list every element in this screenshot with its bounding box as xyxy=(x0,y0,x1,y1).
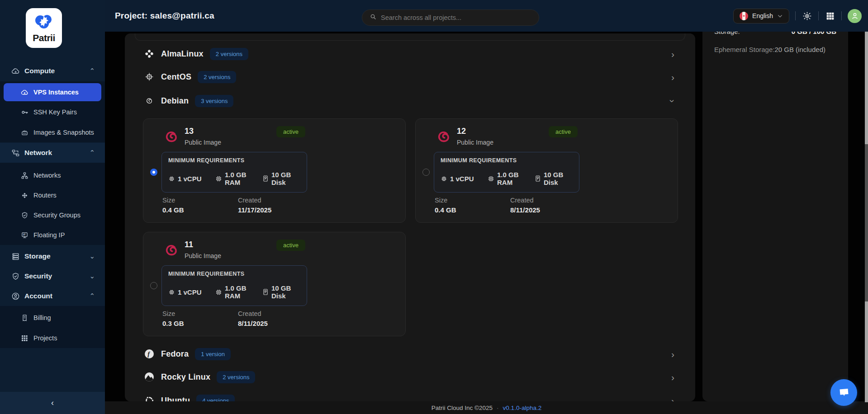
min-requirements-box: MINIMUM REQUIREMENTS 1 vCPU 1.0 GBRAM 10… xyxy=(434,152,579,193)
sidebar-section-storage[interactable]: Storage ⌄ xyxy=(0,246,105,266)
debian-icon xyxy=(143,95,155,107)
sidebar-item-floating-ip[interactable]: IP Floating IP xyxy=(0,225,105,245)
sidebar-section-network[interactable]: Network ⌃ xyxy=(0,143,105,163)
min-requirements-box: MINIMUM REQUIREMENTS 1 vCPU 1.0 GBRAM 10… xyxy=(161,265,307,306)
user-avatar[interactable] xyxy=(848,9,862,23)
ram-requirement: 1.0 GBRAM xyxy=(488,169,519,188)
os-row-centos[interactable]: CentOS 2 versions › xyxy=(125,66,695,88)
image-version: 12 xyxy=(457,127,466,136)
key-icon xyxy=(20,108,29,117)
search-input[interactable] xyxy=(381,14,531,21)
debian-logo xyxy=(163,129,178,150)
sidebar-item-images-snapshots[interactable]: Images & Snapshots xyxy=(0,122,105,142)
sidebar-item-label: Routers xyxy=(33,192,57,199)
os-row-fedora[interactable]: f Fedora 1 version › xyxy=(125,343,695,365)
footer: Patrii Cloud Inc ©2025 · v0.1.0-alpha.2 xyxy=(105,401,868,414)
versions-badge: 2 versions xyxy=(217,371,255,383)
image-radio-unselected[interactable] xyxy=(150,282,157,289)
chevron-down-icon: › xyxy=(668,99,678,103)
ephemeral-storage-value: 20 GB (included) xyxy=(774,46,825,53)
ram-chip-icon xyxy=(488,175,494,182)
image-radio-selected[interactable] xyxy=(150,169,157,176)
size-label: Size xyxy=(162,197,175,204)
sidebar-item-networks[interactable]: Networks xyxy=(0,165,105,185)
apps-grid-icon[interactable] xyxy=(825,10,835,21)
cloud-icon xyxy=(11,66,20,75)
user-icon xyxy=(851,12,859,20)
os-name: Fedora xyxy=(161,349,189,359)
images-list-panel: AlmaLinux 2 versions › CentOS 2 versions… xyxy=(125,33,695,401)
chevron-up-icon: ⌃ xyxy=(89,292,95,300)
os-row-almalinux[interactable]: AlmaLinux 2 versions › xyxy=(125,42,695,65)
os-name: CentOS xyxy=(161,72,191,82)
fedora-icon: f xyxy=(143,348,155,360)
disk-icon xyxy=(535,175,541,182)
sidebar-item-label: Floating IP xyxy=(33,231,65,239)
ram-requirement: 1.0 GBRAM xyxy=(215,282,247,302)
image-card-debian-12[interactable]: 12 Public Image active MINIMUM REQUIREME… xyxy=(415,118,678,223)
sidebar-section-security[interactable]: Security ⌄ xyxy=(0,266,105,286)
chevron-left-icon: ‹ xyxy=(51,398,54,408)
cpu-requirement: 1 vCPU xyxy=(168,169,202,188)
sidebar-section-label: Network xyxy=(24,149,52,157)
footer-separator: · xyxy=(497,405,499,411)
chevron-down-icon xyxy=(777,13,783,19)
rocky-linux-icon xyxy=(143,371,155,383)
routers-icon xyxy=(20,191,29,200)
sidebar-item-security-groups[interactable]: Security Groups xyxy=(0,205,105,225)
ram-chip-icon xyxy=(215,289,222,296)
cloud-icon xyxy=(20,88,29,97)
disk-requirement: 10 GBDisk xyxy=(535,169,563,188)
chevron-right-icon: › xyxy=(671,349,674,359)
centos-icon xyxy=(143,71,155,83)
sidebar-item-label: Networks xyxy=(33,172,61,179)
ram-value: 1.0 GBRAM xyxy=(225,284,247,300)
sidebar-section-label: Compute xyxy=(24,67,55,75)
image-card-debian-11[interactable]: 11 Public Image active MINIMUM REQUIREME… xyxy=(143,232,406,336)
status-badge: active xyxy=(549,126,578,137)
chat-widget-button[interactable] xyxy=(830,379,857,406)
patrii-logo[interactable]: Patrii xyxy=(26,8,62,48)
sidebar-section-compute[interactable]: Compute ⌃ xyxy=(0,61,105,81)
sidebar-section-account[interactable]: Account ⌃ xyxy=(0,286,105,306)
image-type: Public Image xyxy=(185,252,221,259)
theme-toggle-sun-icon[interactable] xyxy=(802,10,812,21)
image-radio-unselected[interactable] xyxy=(422,169,430,176)
created-label: Created xyxy=(510,197,534,204)
sidebar-item-routers[interactable]: Routers xyxy=(0,185,105,205)
ephemeral-storage-row: Ephemeral Storage: 20 GB (included) xyxy=(714,43,836,55)
size-value: 0.4 GB xyxy=(162,206,184,214)
sidebar-item-billing[interactable]: Billing xyxy=(0,308,105,328)
size-value: 0.4 GB xyxy=(435,206,456,214)
os-row-rocky-linux[interactable]: Rocky Linux 2 versions › xyxy=(125,366,695,388)
os-row-debian[interactable]: Debian 3 versions › xyxy=(125,89,695,112)
sidebar-item-projects[interactable]: Projects xyxy=(0,328,105,348)
sidebar-collapse-button[interactable]: ‹ xyxy=(0,392,105,414)
image-version: 13 xyxy=(185,127,194,136)
network-icon xyxy=(11,148,20,157)
language-selector[interactable]: English xyxy=(733,9,789,24)
divider xyxy=(841,11,842,20)
sidebar-item-ssh-key-pairs[interactable]: SSH Key Pairs xyxy=(0,102,105,122)
os-name: Debian xyxy=(161,96,189,106)
image-type: Public Image xyxy=(457,139,493,146)
page-scrollbar[interactable] xyxy=(865,32,868,402)
svg-text:IP: IP xyxy=(23,233,25,236)
sidebar-item-vps-instances[interactable]: VPS Instances xyxy=(0,82,105,102)
almalinux-icon xyxy=(143,48,155,60)
size-value: 0.3 GB xyxy=(162,320,184,327)
status-badge: active xyxy=(276,126,305,137)
global-search xyxy=(362,9,539,26)
app-screen: Patrii Compute ⌃ VPS Instances SSH Key P… xyxy=(0,0,868,414)
cpu-value: 1 vCPU xyxy=(178,288,202,296)
image-card-debian-13[interactable]: 13 Public Image active MINIMUM REQUIREME… xyxy=(143,118,406,223)
status-badge: active xyxy=(276,240,305,251)
os-row-ubuntu[interactable]: Ubuntu 4 versions › xyxy=(125,389,695,401)
shield-icon xyxy=(11,272,20,281)
min-requirements-title: MINIMUM REQUIREMENTS xyxy=(168,271,244,277)
sidebar-item-label: Security Groups xyxy=(33,212,81,219)
footer-version-link[interactable]: v0.1.0-alpha.2 xyxy=(503,405,542,411)
scrollbar-thumb[interactable] xyxy=(865,144,868,301)
created-label: Created xyxy=(238,310,261,317)
ram-value: 1.0 GBRAM xyxy=(225,171,247,186)
